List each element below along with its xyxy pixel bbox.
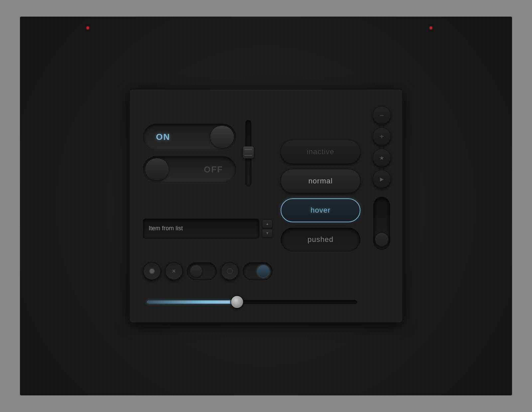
radio-inner-3 — [227, 268, 233, 274]
pill-dot-right — [257, 265, 269, 277]
red-dot-top-left — [86, 27, 89, 29]
right-slider-thumb[interactable] — [374, 232, 389, 247]
radio-button-3[interactable] — [221, 262, 239, 280]
vertical-slider-thumb[interactable] — [243, 147, 254, 158]
hslider-section — [143, 295, 360, 309]
button-pushed-label: pushed — [308, 235, 333, 244]
stepper-down-button[interactable]: ▼ — [262, 229, 273, 238]
background-panel: ON OFF Item from list ▲ — [20, 17, 512, 395]
hslider-track[interactable] — [146, 300, 357, 304]
arrow-icon: ▶ — [380, 176, 384, 182]
star-icon: ★ — [379, 155, 384, 161]
toggles-stack: ON OFF — [143, 124, 236, 183]
icon-column: − + ★ ▶ — [368, 103, 395, 289]
stepper-up-icon: ▲ — [266, 222, 269, 226]
button-inactive-label: inactive — [307, 148, 334, 156]
button-normal-label: normal — [308, 177, 332, 185]
list-input-text: Item from list — [149, 225, 183, 232]
plus-icon: + — [380, 133, 384, 141]
minus-icon: − — [380, 112, 384, 119]
ui-panel: ON OFF Item from list ▲ — [130, 90, 402, 322]
radio-x-icon: × — [172, 268, 176, 275]
icon-plus-button[interactable]: + — [373, 128, 391, 146]
list-input[interactable]: Item from list — [143, 219, 259, 239]
buttons-section: inactive normal hover pushed — [281, 103, 360, 289]
radio-button-2[interactable]: × — [165, 262, 183, 280]
icon-minus-button[interactable]: − — [373, 106, 391, 124]
toggle-off[interactable]: OFF — [143, 156, 236, 183]
left-top-area: ON OFF — [143, 103, 273, 203]
hslider-fill — [147, 300, 241, 304]
button-normal[interactable]: normal — [281, 169, 360, 193]
red-dot-top-right — [430, 27, 432, 29]
stepper-down-icon: ▼ — [266, 231, 269, 235]
toggle-off-label: OFF — [204, 164, 223, 175]
pill-toggle-2[interactable] — [243, 262, 273, 280]
toggle-on-thumb — [210, 126, 234, 148]
button-hover-label: hover — [311, 206, 331, 215]
toggle-off-thumb — [145, 158, 169, 180]
radio-section: × — [143, 254, 273, 289]
button-hover[interactable]: hover — [281, 198, 360, 222]
icon-arrow-button[interactable]: ▶ — [373, 170, 391, 188]
right-slider-track — [373, 197, 390, 250]
list-stepper: ▲ ▼ — [262, 220, 273, 238]
pill-dot-left — [190, 265, 202, 277]
radio-button-1[interactable] — [143, 262, 161, 280]
hslider-thumb[interactable] — [231, 296, 243, 308]
icon-star-button[interactable]: ★ — [373, 149, 391, 167]
toggle-on[interactable]: ON — [143, 124, 236, 150]
button-pushed[interactable]: pushed — [281, 228, 360, 252]
button-inactive[interactable]: inactive — [281, 140, 360, 164]
stepper-up-button[interactable]: ▲ — [262, 220, 273, 228]
radio-inner-1 — [149, 268, 155, 274]
toggle-on-label: ON — [156, 132, 170, 142]
list-section: Item from list ▲ ▼ — [143, 210, 273, 247]
vertical-slider-track — [245, 120, 251, 186]
pill-toggle-1[interactable] — [187, 262, 217, 280]
